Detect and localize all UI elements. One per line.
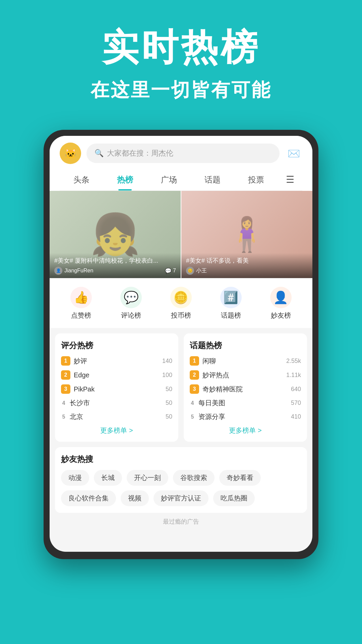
category-friends[interactable]: 👤 妙友榜 xyxy=(270,287,292,320)
tag-changcheng[interactable]: 长城 xyxy=(94,470,122,486)
score-ranking-card: 评分热榜 1 妙评 140 2 Edge 100 3 PikPak 50 xyxy=(55,333,178,442)
rank-name-1: 妙评 xyxy=(74,357,159,366)
rank-badge-3: 3 xyxy=(61,384,70,394)
tab-toupiao[interactable]: 投票 xyxy=(234,170,278,191)
friends-label: 妙友榜 xyxy=(271,311,291,320)
nav-tabs: 头条 热榜 广场 话题 投票 ☰ xyxy=(60,169,302,191)
app-header: 🐱 🔍 大家都在搜：周杰伦 ✉️ 头条 热榜 广场 话题 投票 ☰ xyxy=(50,136,312,191)
tag-miaoping[interactable]: 妙评官方认证 xyxy=(154,490,208,506)
video-meta-right: 😊 小王 xyxy=(186,267,308,275)
rank-num-4: 4 xyxy=(61,400,66,406)
comment-icon-left: 💬 xyxy=(165,268,172,274)
score-rank-4[interactable]: 4 长沙市 50 xyxy=(61,398,172,408)
comments-label: 评论榜 xyxy=(121,311,141,320)
video-title-left: #美女# 厦附科中清纯校花，学校表白... xyxy=(54,257,176,265)
tab-guangchang[interactable]: 广场 xyxy=(147,170,190,191)
topic-ranking-card: 话题热榜 1 闲聊 2.55k 2 妙评热点 1.11k 3 奇妙精神医院 xyxy=(184,333,307,442)
video-title-right: #美女# 话不多说，看美 xyxy=(186,257,308,265)
category-row: 👍 点赞榜 💬 评论榜 🪙 投币榜 #️⃣ 话题榜 👤 妙友榜 xyxy=(50,279,312,328)
coins-label: 投币榜 xyxy=(171,311,191,320)
topic-ranking-title: 话题热榜 xyxy=(190,340,301,351)
author-avatar-right: 😊 xyxy=(186,267,194,275)
video-thumbnail-right: 🧍‍♀️ xyxy=(226,215,268,254)
topic-name-4: 每日美图 xyxy=(198,398,288,408)
rank-name-5: 北京 xyxy=(70,412,162,421)
score-ranking-title: 评分热榜 xyxy=(61,340,172,351)
rank-score-4: 50 xyxy=(166,399,172,407)
topic-name-2: 妙评热点 xyxy=(202,371,283,380)
rank-name-4: 长沙市 xyxy=(70,398,162,408)
topic-more-link[interactable]: 更多榜单 > xyxy=(190,426,301,435)
video-thumbnail-left: 👧 xyxy=(90,211,140,258)
topic-score-1: 2.55k xyxy=(286,358,301,365)
nav-menu-icon[interactable]: ☰ xyxy=(278,169,302,191)
phone-frame: 🐱 🔍 大家都在搜：周杰伦 ✉️ 头条 热榜 广场 话题 投票 ☰ xyxy=(44,130,318,559)
tab-hotrank[interactable]: 热榜 xyxy=(103,170,147,191)
rank-score-5: 50 xyxy=(166,413,172,420)
hero-section: 实时热榜 在这里一切皆有可能 xyxy=(0,0,362,123)
video-row: 👧 #美女# 厦附科中清纯校花，学校表白... 👤 JiangFuRen 💬 7 xyxy=(50,191,312,278)
tag-kaixin[interactable]: 开心一刻 xyxy=(127,470,168,486)
score-more-link[interactable]: 更多榜单 > xyxy=(61,426,172,435)
rank-badge-1: 1 xyxy=(61,356,70,366)
topic-rank-2[interactable]: 2 妙评热点 1.11k xyxy=(190,370,301,380)
topic-score-3: 640 xyxy=(291,386,301,393)
video-card-left[interactable]: 👧 #美女# 厦附科中清纯校花，学校表白... 👤 JiangFuRen 💬 7 xyxy=(50,191,181,278)
author-name-right: 小王 xyxy=(196,267,207,274)
hot-search-tags: 动漫 长城 开心一刻 谷歌搜索 奇妙看看 良心软件合集 视频 妙评官方认证 吃瓜… xyxy=(61,470,301,506)
tab-toutiao[interactable]: 头条 xyxy=(60,170,103,191)
search-icon: 🔍 xyxy=(95,149,104,158)
tag-video[interactable]: 视频 xyxy=(121,490,149,506)
topic-badge-1: 1 xyxy=(190,356,199,366)
video-card-right[interactable]: 🧍‍♀️ #美女# 话不多说，看美 😊 小王 xyxy=(181,191,312,278)
coins-icon: 🪙 xyxy=(170,287,192,308)
hero-title: 实时热榜 xyxy=(0,27,362,67)
rank-name-3: PikPak xyxy=(74,385,162,393)
topic-score-4: 570 xyxy=(291,399,301,407)
topic-name-5: 资源分享 xyxy=(198,412,288,421)
author-name-left: JiangFuRen xyxy=(64,268,93,274)
topic-rank-5[interactable]: 5 资源分享 410 xyxy=(190,412,301,421)
category-comments[interactable]: 💬 评论榜 xyxy=(120,287,142,320)
tag-chigua[interactable]: 吃瓜热圈 xyxy=(213,490,255,506)
hot-search-title: 妙友热搜 xyxy=(61,454,301,465)
hot-search-section: 妙友热搜 动漫 长城 开心一刻 谷歌搜索 奇妙看看 良心软件合集 视频 妙评官方… xyxy=(55,447,307,513)
phone-wrapper: 🐱 🔍 大家都在搜：周杰伦 ✉️ 头条 热榜 广场 话题 投票 ☰ xyxy=(0,123,362,559)
video-author-right: 😊 小王 xyxy=(186,267,207,275)
score-rank-2[interactable]: 2 Edge 100 xyxy=(61,370,172,380)
avatar[interactable]: 🐱 xyxy=(60,143,81,164)
category-topics[interactable]: #️⃣ 话题榜 xyxy=(220,287,242,320)
tag-google[interactable]: 谷歌搜索 xyxy=(173,470,215,486)
tag-dongman[interactable]: 动漫 xyxy=(61,470,89,486)
search-placeholder: 大家都在搜：周杰伦 xyxy=(107,148,173,158)
topic-rank-3[interactable]: 3 奇妙精神医院 640 xyxy=(190,384,301,394)
topic-score-5: 410 xyxy=(291,413,301,420)
tag-qimiao[interactable]: 奇妙看看 xyxy=(219,470,261,486)
likes-label: 点赞榜 xyxy=(71,311,91,320)
tag-liangxin[interactable]: 良心软件合集 xyxy=(61,490,116,506)
topic-num-5: 5 xyxy=(190,414,195,420)
tab-huati[interactable]: 话题 xyxy=(191,170,234,191)
phone-screen: 🐱 🔍 大家都在搜：周杰伦 ✉️ 头条 热榜 广场 话题 投票 ☰ xyxy=(50,136,312,552)
score-rank-3[interactable]: 3 PikPak 50 xyxy=(61,384,172,394)
rank-num-5: 5 xyxy=(61,414,66,420)
category-likes[interactable]: 👍 点赞榜 xyxy=(70,287,92,320)
category-coins[interactable]: 🪙 投币榜 xyxy=(170,287,192,320)
topics-label: 话题榜 xyxy=(221,311,241,320)
rankings-row: 评分热榜 1 妙评 140 2 Edge 100 3 PikPak 50 xyxy=(50,333,312,442)
topic-badge-2: 2 xyxy=(190,370,199,380)
rank-score-3: 50 xyxy=(166,386,172,393)
top-bar: 🐱 🔍 大家都在搜：周杰伦 ✉️ xyxy=(60,143,302,164)
search-bar[interactable]: 🔍 大家都在搜：周杰伦 xyxy=(86,144,280,163)
score-rank-1[interactable]: 1 妙评 140 xyxy=(61,356,172,366)
likes-icon: 👍 xyxy=(70,287,92,308)
comments-icon: 💬 xyxy=(120,287,142,308)
rank-name-2: Edge xyxy=(74,371,159,379)
score-rank-5[interactable]: 5 北京 50 xyxy=(61,412,172,421)
topic-name-1: 闲聊 xyxy=(202,357,283,366)
video-meta-left: 👤 JiangFuRen 💬 7 xyxy=(54,267,176,275)
topic-rank-4[interactable]: 4 每日美图 570 xyxy=(190,398,301,408)
topic-score-2: 1.11k xyxy=(286,372,301,379)
mail-icon[interactable]: ✉️ xyxy=(285,145,302,162)
topic-rank-1[interactable]: 1 闲聊 2.55k xyxy=(190,356,301,366)
